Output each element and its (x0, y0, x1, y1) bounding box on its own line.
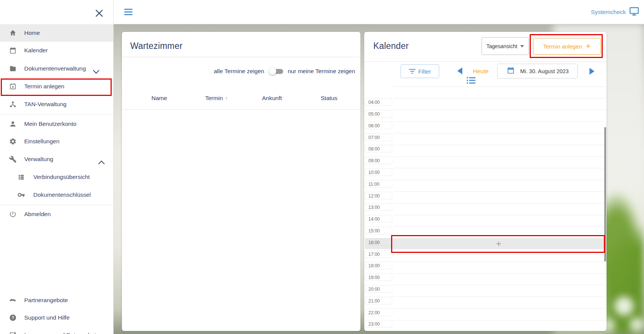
time-label: 23:00 (365, 320, 392, 328)
sidebar-divider (0, 205, 113, 205)
calendar-hour-line (393, 308, 605, 309)
calendar-hour-line (393, 226, 605, 227)
sidebar-item-clipped-bottom[interactable]: Impressum und Datenschutz (0, 326, 113, 334)
time-label: 21:00 (365, 297, 392, 304)
sidebar-divider (0, 114, 113, 115)
panel-divider (122, 57, 360, 57)
external-link-icon (9, 331, 17, 334)
time-label: 08:00 (365, 145, 392, 152)
waiting-room-panel: Wartezimmer alle Termine zeigen nur mein… (122, 32, 360, 331)
calendar-hour-line (393, 203, 605, 204)
sidebar-item-label: Support und Hilfe (24, 314, 70, 321)
time-label: 12:00 (365, 192, 392, 199)
calendar-scrollbar[interactable] (604, 127, 606, 262)
sidebar-item-label: Verwaltung (24, 156, 53, 163)
column-header-name: Name (151, 95, 167, 102)
chevron-down-icon (90, 67, 98, 74)
sidebar-item-tan-verwaltung[interactable]: TAN-Verwaltung (0, 96, 113, 113)
time-label: 05:00 (365, 110, 392, 118)
calendar-hour-line (393, 121, 605, 122)
systemcheck-link[interactable]: Systemcheck (591, 0, 641, 24)
table-header-divider (122, 109, 360, 110)
sidebar-item-label: Home (24, 30, 40, 36)
calendar-hour-line (393, 250, 605, 250)
calendar-hour-line (393, 180, 605, 180)
column-header-termin[interactable]: Termin↑ (205, 95, 228, 102)
time-label: 06:00 (365, 122, 392, 129)
calendar-icon (9, 47, 17, 54)
calendar-slot-highlighted[interactable] (365, 238, 605, 249)
sidebar-item-support-hilfe[interactable]: ? Support und Hilfe (0, 309, 113, 326)
calendar-hour-line (393, 133, 605, 133)
gear-icon (9, 138, 17, 145)
sort-arrow-icon: ↑ (225, 95, 228, 101)
toggle-left-label: alle Termine zeigen (214, 68, 264, 75)
sidebar: Home Kalender Dokumentenverwaltung Termi… (0, 0, 114, 334)
handshake-icon (9, 296, 17, 304)
calendar-panel: Kalender Tagesansicht Termin anlegen + F… (364, 32, 607, 331)
wrench-icon (9, 155, 17, 163)
time-label: 10:00 (365, 168, 392, 176)
appointments-toggle-row: alle Termine zeigen nur meine Termine ze… (214, 66, 355, 77)
sidebar-item-label: Partnerangebote (24, 297, 68, 304)
calendar-hour-line (393, 296, 605, 297)
calendar-hour-line (393, 320, 605, 320)
sidebar-item-label: Impressum und Datenschutz (24, 332, 99, 334)
sidebar-item-label: TAN-Verwaltung (24, 101, 67, 108)
sidebar-item-label: Abmelden (24, 211, 51, 218)
help-icon: ? (9, 314, 17, 321)
sidebar-item-label: Mein Benutzerkonto (24, 121, 76, 127)
time-label: 16:00 (365, 238, 392, 246)
calendar-hour-line (393, 86, 605, 87)
hamburger-menu-icon[interactable] (124, 9, 133, 15)
time-label: 15:00 (365, 227, 392, 234)
sidebar-item-home[interactable]: Home (0, 24, 113, 42)
folder-icon (9, 65, 17, 72)
time-label: 20:00 (365, 285, 392, 293)
calendar-hour-line (393, 262, 605, 262)
sidebar-item-termin-anlegen[interactable]: Termin anlegen (0, 78, 113, 95)
sidebar-item-partnerangebote[interactable]: Partnerangebote (0, 292, 113, 309)
sidebar-item-einstellungen[interactable]: Einstellungen (0, 133, 113, 150)
app-window: Systemcheck Home Kalender Dokumentenverw… (0, 0, 644, 334)
calendar-hour-line (393, 191, 605, 192)
calendar-hour-line (393, 238, 605, 238)
sidebar-item-abmelden[interactable]: Abmelden (0, 205, 113, 223)
time-label: 17:00 (365, 250, 392, 258)
monitor-icon (629, 7, 639, 17)
sidebar-item-kalender[interactable]: Kalender (0, 42, 113, 59)
time-label: 18:00 (365, 262, 392, 269)
calendar-hour-line (393, 285, 605, 285)
column-header-ankunft: Ankunft (262, 95, 282, 102)
my-appointments-toggle[interactable] (269, 67, 283, 75)
sidebar-item-label: Kalender (24, 47, 48, 54)
calendar-hour-line (393, 110, 605, 110)
time-label: 04:00 (365, 98, 392, 106)
calendar-hour-line (393, 215, 605, 215)
sidebar-item-dokumentenverwaltung[interactable]: Dokumentenverwaltung (0, 60, 113, 77)
home-icon (9, 29, 17, 37)
sidebar-item-verwaltung[interactable]: Verwaltung (0, 151, 113, 168)
calendar-hour-line (393, 168, 605, 168)
key-icon (17, 191, 25, 199)
person-icon (9, 120, 17, 128)
sidebar-item-label: Dokumentenschlüssel (33, 191, 91, 198)
time-label: 11:00 (365, 180, 392, 188)
close-icon[interactable] (95, 9, 104, 18)
sidebar-item-benutzerkonto[interactable]: Mein Benutzerkonto (0, 115, 113, 133)
toggle-right-label: nur meine Termine zeigen (288, 68, 355, 75)
sidebar-item-label: Verbindungsübersicht (33, 174, 90, 180)
add-appointment-plus-icon[interactable]: + (496, 238, 501, 249)
sidebar-item-verbindungsuebersicht[interactable]: Verbindungsübersicht (0, 168, 113, 186)
sidebar-item-dokumentenschluessel[interactable]: Dokumentenschlüssel (0, 186, 113, 204)
calendar-hour-line (393, 273, 605, 274)
list-icon (17, 173, 25, 181)
calendar-hour-line (393, 157, 605, 157)
column-header-status: Status (321, 95, 337, 102)
hub-icon (9, 100, 17, 108)
time-label: 09:00 (365, 157, 392, 164)
time-label: 07:00 (365, 133, 392, 141)
time-label: 13:00 (365, 203, 392, 211)
calendar-grid: 04:0005:0006:0007:0008:0009:0010:0011:00… (364, 32, 607, 331)
time-label: 22:00 (365, 309, 392, 316)
